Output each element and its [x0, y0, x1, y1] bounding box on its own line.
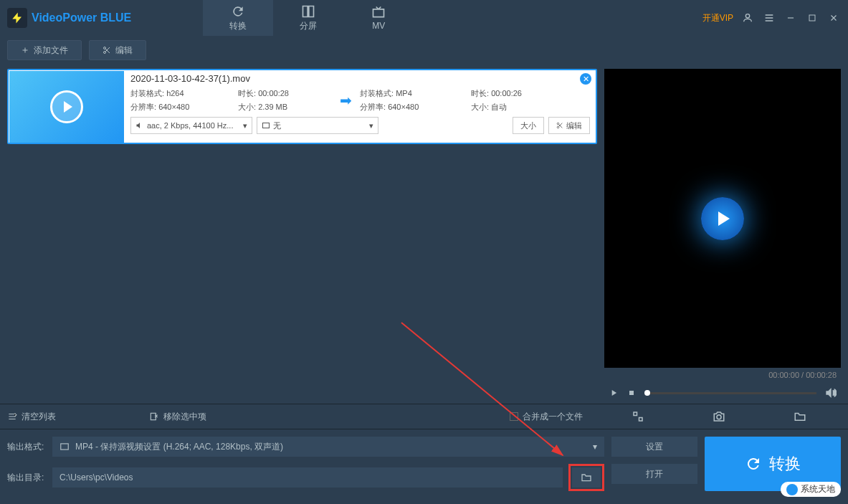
output-format-text: MP4 - 保持源视频设置 (H.264; AAC, 128Kbps, 双声道)	[75, 441, 283, 453]
browse-folder-button[interactable]	[572, 467, 601, 488]
button-label: 编辑	[566, 120, 582, 131]
checkbox-label: 合并成一个文件	[523, 411, 583, 423]
play-overlay-icon	[64, 101, 72, 113]
button-label: 大小	[520, 120, 536, 131]
svg-rect-8	[151, 413, 156, 419]
chevron-down-icon: ▾	[243, 121, 247, 130]
button-label: 设置	[646, 441, 663, 453]
folder-open-icon	[581, 472, 592, 483]
file-info: 2020-11-03-10-42-37(1).mov ✕ 封装格式: h264 …	[125, 70, 596, 143]
output-dir-label: 输出目录:	[7, 472, 47, 484]
src-res: 640×480	[158, 103, 189, 111]
checkbox-icon	[510, 412, 518, 421]
output-dir-row: 输出目录: C:\Users\pc\Videos	[7, 464, 604, 491]
close-icon[interactable]	[826, 11, 841, 25]
menu-icon[interactable]	[762, 11, 776, 25]
output-section: 输出格式: MP4 - 保持源视频设置 (H.264; AAC, 128Kbps…	[0, 429, 848, 498]
button-label: 清空列表	[22, 411, 56, 423]
output-format-dropdown[interactable]: MP4 - 保持源视频设置 (H.264; AAC, 128Kbps, 双声道)…	[52, 437, 604, 457]
preview-panel: 00:00:00 / 00:00:28	[604, 65, 848, 404]
file-list-area: 2020-11-03-10-42-37(1).mov ✕ 封装格式: h264 …	[0, 65, 604, 404]
window-controls: 开通VIP	[702, 11, 841, 25]
video-options-dropdown[interactable]: 无 ▾	[257, 117, 378, 134]
dst-size: 自动	[491, 103, 507, 111]
file-controls: aac, 2 Kbps, 44100 Hz... ▾ 无 ▾ 大小 编辑	[130, 117, 590, 134]
dst-dur-label: 时长:	[471, 89, 489, 98]
stop-icon[interactable]	[627, 389, 636, 397]
dst-dur: 00:00:26	[491, 89, 522, 98]
preview-controls	[604, 382, 841, 404]
src-format: h264	[166, 89, 184, 98]
watermark: 系统天地	[781, 482, 841, 497]
vip-link[interactable]: 开通VIP	[702, 12, 733, 24]
video-thumbnail[interactable]	[9, 71, 124, 143]
svg-rect-10	[61, 444, 69, 450]
audio-options-dropdown[interactable]: aac, 2 Kbps, 44100 Hz... ▾	[130, 117, 252, 134]
file-name: 2020-11-03-10-42-37(1).mov	[130, 73, 590, 84]
tab-label: MV	[372, 21, 385, 31]
src-dur-label: 时长:	[238, 89, 256, 98]
output-format-label: 输出格式:	[7, 441, 47, 453]
camera-icon[interactable]	[713, 410, 725, 423]
chevron-down-icon: ▾	[593, 442, 597, 452]
maximize-icon[interactable]	[805, 11, 819, 25]
refresh-icon	[745, 455, 762, 472]
watermark-text: 系统天地	[801, 483, 835, 495]
edit-file-button[interactable]: 编辑	[548, 117, 590, 134]
dst-res: 640×480	[388, 103, 419, 111]
arrow-right-icon: ➡	[340, 92, 352, 109]
open-button[interactable]: 打开	[611, 464, 697, 484]
button-label: 移除选中项	[163, 411, 206, 423]
clear-list-button[interactable]: 清空列表	[7, 411, 56, 423]
settings-button[interactable]: 设置	[611, 437, 697, 457]
remove-file-button[interactable]: ✕	[580, 73, 591, 85]
volume-icon[interactable]	[825, 387, 837, 399]
chevron-down-icon: ▾	[369, 121, 373, 130]
play-icon[interactable]	[609, 388, 619, 398]
svg-point-5	[557, 123, 559, 125]
crop-icon[interactable]	[632, 410, 644, 423]
format-icon	[59, 442, 70, 452]
output-dir-field[interactable]: C:\Users\pc\Videos	[52, 467, 563, 488]
button-label: 编辑	[115, 44, 133, 57]
user-icon[interactable]	[740, 11, 755, 25]
button-label: 转换	[769, 453, 801, 475]
tab-label: 转换	[229, 20, 247, 32]
file-card[interactable]: 2020-11-03-10-42-37(1).mov ✕ 封装格式: h264 …	[7, 69, 597, 144]
logo-area: VideoPower BLUE	[7, 8, 131, 28]
edit-button[interactable]: 编辑	[89, 40, 146, 60]
merge-checkbox[interactable]: 合并成一个文件	[510, 411, 583, 423]
svg-point-6	[557, 126, 559, 128]
button-label: 添加文件	[34, 44, 68, 57]
tab-mv[interactable]: MV	[343, 0, 414, 36]
src-size: 2.39 MB	[258, 103, 287, 111]
add-file-button[interactable]: 添加文件	[7, 40, 82, 60]
tab-convert[interactable]: 转换	[203, 0, 273, 36]
video-opt-text: 无	[273, 120, 281, 131]
size-button[interactable]: 大小	[513, 117, 544, 134]
svg-rect-4	[263, 123, 270, 128]
progress-bar[interactable]	[644, 392, 816, 394]
scissors-icon	[556, 122, 563, 129]
output-left: 输出格式: MP4 - 保持源视频设置 (H.264; AAC, 128Kbps…	[7, 437, 604, 491]
minimize-icon[interactable]	[783, 11, 798, 25]
dst-format-label: 封装格式:	[360, 89, 394, 98]
progress-handle[interactable]	[644, 390, 650, 396]
folder-icon[interactable]	[794, 410, 806, 423]
toolbar: 添加文件 编辑	[0, 36, 848, 65]
preview-time: 00:00:00 / 00:00:28	[604, 368, 841, 382]
svg-point-9	[717, 415, 721, 419]
subtitle-icon	[262, 121, 270, 130]
preview-video[interactable]	[604, 69, 841, 368]
clear-icon	[7, 412, 17, 422]
main-tabs: 转换 分屏 MV	[203, 0, 414, 36]
svg-point-0	[745, 14, 749, 18]
plus-icon	[21, 46, 29, 54]
src-format-label: 封装格式:	[130, 89, 164, 98]
tab-split[interactable]: 分屏	[273, 0, 343, 36]
remove-selected-button[interactable]: 移除选中项	[149, 411, 206, 423]
tab-label: 分屏	[300, 20, 317, 32]
preview-play-icon	[701, 197, 744, 240]
svg-rect-1	[809, 15, 815, 21]
dst-res-label: 分辨率:	[360, 103, 386, 111]
